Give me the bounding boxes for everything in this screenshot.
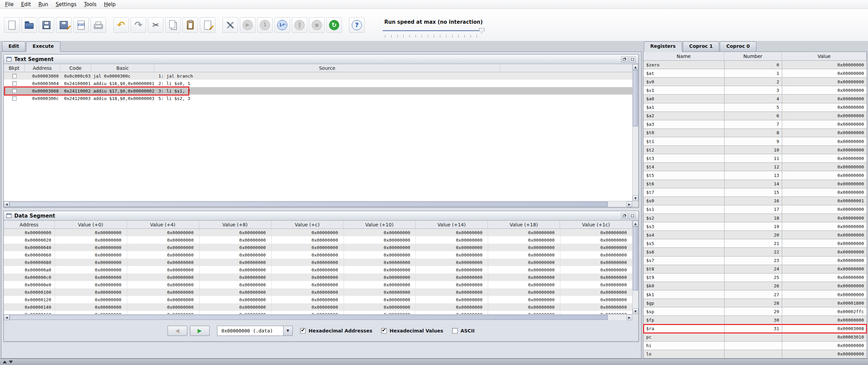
value-cell[interactable]: 0x00000000 [199, 244, 271, 251]
text-segment-row[interactable]: 0x000030000x0c000c03jal 0x0000300c1: jal… [4, 72, 632, 80]
value-cell[interactable]: 0x00000000 [344, 311, 416, 314]
scrollbar-thumb[interactable] [633, 226, 638, 290]
value-cell[interactable]: 0x00000000 [271, 281, 344, 288]
register-value-cell[interactable]: 0x00002ffc [782, 307, 867, 316]
run-backstep-button[interactable]: 1↶ [274, 17, 290, 33]
register-row[interactable]: $a370x00000000 [643, 120, 867, 129]
data-segment-row[interactable]: 0x000000e00x000000000x000000000x00000000… [4, 281, 632, 288]
register-value-cell[interactable]: 0x00000000 [782, 129, 867, 137]
register-value-cell[interactable]: 0x00000000 [782, 69, 867, 77]
value-cell[interactable]: 0x00000000 [416, 296, 488, 303]
register-value-cell[interactable]: 0x00000000 [782, 239, 867, 247]
register-value-cell[interactable]: 0x00000000 [782, 222, 867, 230]
data-vertical-scrollbar[interactable] [632, 221, 638, 314]
new-file-button[interactable] [4, 17, 20, 33]
dump-memory-button[interactable]: 0101 [73, 17, 89, 33]
value-cell[interactable]: 0x00000000 [55, 259, 127, 266]
data-segment-row[interactable]: 0x000000400x000000000x000000000x00000000… [4, 244, 632, 251]
register-row[interactable]: $v130x00000000 [643, 86, 867, 95]
register-value-cell[interactable]: 0x00000000 [782, 316, 867, 324]
value-cell[interactable]: 0x00000000 [416, 303, 488, 311]
value-cell[interactable]: 0x00000000 [560, 303, 632, 311]
register-row[interactable]: hi0x00000000 [643, 342, 867, 350]
value-cell[interactable]: 0x00000000 [488, 273, 560, 281]
register-value-cell[interactable]: 0x00000000 [782, 214, 867, 222]
register-value-cell[interactable]: 0x00000000 [782, 231, 867, 239]
scroll-left-button[interactable] [4, 201, 9, 207]
value-cell[interactable]: 0x00000000 [55, 251, 127, 259]
value-cell[interactable]: 0x00000000 [199, 251, 271, 259]
value-cell[interactable]: 0x00000000 [199, 273, 271, 281]
value-cell[interactable]: 0x00000000 [127, 303, 199, 311]
value-cell[interactable]: 0x00000000 [344, 303, 416, 311]
value-cell[interactable]: 0x00000000 [271, 229, 344, 236]
value-cell[interactable]: 0x00000000 [55, 273, 127, 281]
value-cell[interactable]: 0x00000000 [199, 311, 271, 314]
value-cell[interactable]: 0x00000000 [127, 273, 199, 281]
combobox-arrow-icon[interactable] [283, 326, 292, 336]
register-row[interactable]: pc0x00003010 [643, 333, 867, 342]
assemble-button[interactable] [223, 17, 238, 33]
value-cell[interactable]: 0x00000000 [55, 296, 127, 303]
data-segment-row[interactable]: 0x000001000x000000000x000000000x00000000… [4, 288, 632, 296]
text-segment-row[interactable]: 0x000030080x24110002addiu $17,$0,0x00000… [4, 87, 632, 95]
register-value-cell[interactable]: 0x00000000 [782, 265, 867, 273]
breakpoint-checkbox[interactable] [12, 96, 17, 101]
value-cell[interactable]: 0x00000000 [199, 259, 271, 266]
slider-track[interactable] [383, 28, 484, 34]
register-value-cell[interactable]: 0x00000000 [782, 95, 867, 103]
data-segment-row[interactable]: 0x000001600x000000000x000000000x00000000… [4, 311, 632, 314]
scrollbar-track[interactable] [9, 315, 626, 320]
menu-item-settings[interactable]: Settings [52, 1, 80, 8]
value-cell[interactable]: 0x00000000 [199, 296, 271, 303]
scroll-left-button[interactable] [4, 315, 9, 320]
value-cell[interactable]: 0x00000000 [55, 281, 127, 288]
value-cell[interactable]: 0x00000000 [560, 311, 632, 314]
value-cell[interactable]: 0x00000000 [271, 259, 344, 266]
data-segment-row[interactable]: 0x000000a00x000000000x000000000x00000000… [4, 266, 632, 273]
register-row[interactable]: $t9250x00000000 [643, 273, 867, 282]
pause-button[interactable]: ‖ [292, 17, 307, 33]
base-address-combobox[interactable]: 0x00000000 (.data) [217, 326, 293, 336]
value-cell[interactable]: 0x00000000 [127, 229, 199, 236]
value-cell[interactable]: 0x00000000 [344, 273, 416, 281]
register-value-cell[interactable]: 0x00003008 [782, 324, 867, 332]
register-value-cell[interactable]: 0x00000000 [782, 103, 867, 111]
register-value-cell[interactable]: 0x00001800 [782, 299, 867, 307]
register-row[interactable]: $fp300x00000000 [643, 316, 867, 324]
value-cell[interactable]: 0x00000000 [416, 244, 488, 251]
value-cell[interactable]: 0x00000000 [344, 296, 416, 303]
register-row[interactable]: $s0160x00000001 [643, 197, 867, 205]
value-cell[interactable]: 0x00000000 [488, 303, 560, 311]
value-cell[interactable]: 0x00000000 [127, 311, 199, 314]
value-cell[interactable]: 0x00000000 [416, 251, 488, 259]
register-row[interactable]: $a040x00000000 [643, 95, 867, 103]
restore-button[interactable] [621, 213, 628, 219]
scroll-down-button[interactable] [633, 195, 638, 201]
value-cell[interactable]: 0x00000000 [560, 229, 632, 236]
value-cell[interactable]: 0x00000000 [416, 273, 488, 281]
register-row[interactable]: $v020x00000000 [643, 78, 867, 86]
register-value-cell[interactable]: 0x00000000 [782, 248, 867, 256]
value-cell[interactable]: 0x00000000 [127, 288, 199, 296]
tab-execute[interactable]: Execute [26, 41, 60, 52]
register-row[interactable]: $t080x00000000 [643, 129, 867, 137]
scrollbar-thumb[interactable] [9, 315, 608, 320]
register-row[interactable]: $s1170x00000000 [643, 205, 867, 214]
scroll-up-button[interactable] [633, 64, 638, 70]
maximize-button[interactable] [629, 213, 636, 219]
value-cell[interactable]: 0x00000000 [199, 266, 271, 273]
register-row[interactable]: $t4120x00000000 [643, 163, 867, 171]
register-value-cell[interactable]: 0x00000000 [782, 188, 867, 197]
data-segment-row[interactable]: 0x000000200x000000000x000000000x00000000… [4, 236, 632, 244]
register-value-cell[interactable]: 0x00000000 [782, 171, 867, 179]
value-cell[interactable]: 0x00000000 [344, 266, 416, 273]
data-segment-row[interactable]: 0x000001200x000000000x000000000x00000000… [4, 296, 632, 303]
register-value-cell[interactable]: 0x00003010 [782, 333, 867, 341]
value-cell[interactable]: 0x00000000 [416, 236, 488, 244]
menu-item-edit[interactable]: Edit [17, 1, 35, 8]
checkbox-ascii[interactable]: ASCII [452, 328, 475, 333]
register-value-cell[interactable]: 0x00000000 [782, 257, 867, 265]
data-segment-row[interactable]: 0x000000800x000000000x000000000x00000000… [4, 259, 632, 266]
scrollbar-thumb[interactable] [9, 202, 608, 207]
